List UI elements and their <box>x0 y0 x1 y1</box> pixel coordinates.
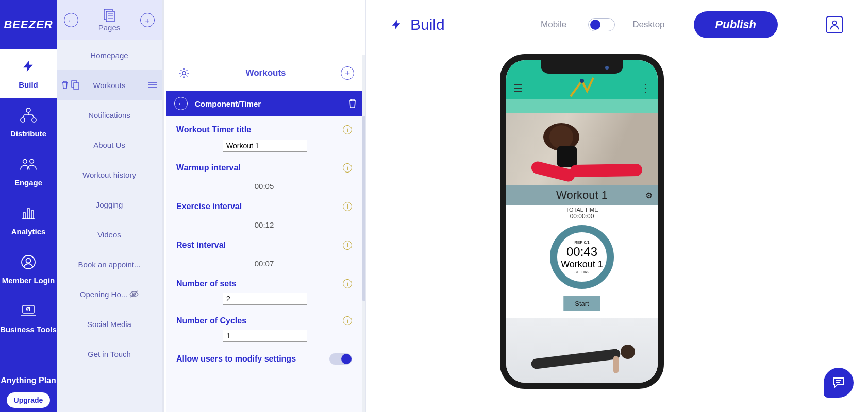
drag-handle-icon[interactable] <box>148 82 157 88</box>
upgrade-button[interactable]: Upgrade <box>7 392 51 408</box>
page-item-notifications[interactable]: Notifications <box>57 100 162 130</box>
cycles-input[interactable] <box>223 330 307 342</box>
page-label: Notifications <box>88 111 130 119</box>
workout-image <box>506 113 658 185</box>
mobile-label: Mobile <box>541 20 566 30</box>
kebab-icon[interactable]: ⋮ <box>640 82 650 94</box>
hamburger-icon[interactable]: ☰ <box>513 82 523 94</box>
component-bar: ← Component/Timer <box>166 91 365 116</box>
field-label-warmup: Warmup interval <box>176 163 241 173</box>
divider <box>802 13 802 36</box>
info-icon[interactable]: i <box>343 163 352 173</box>
gear-icon[interactable] <box>177 66 191 80</box>
rest-value[interactable]: 00:07 <box>176 259 352 268</box>
app-header-accent <box>506 99 658 113</box>
logo-text: BEEZER <box>4 18 53 31</box>
network-icon <box>19 106 38 125</box>
main-nav: BEEZER Build Distribute Engage Analytics… <box>0 0 57 412</box>
sets-input[interactable] <box>223 293 307 305</box>
preview-area: Build Mobile Desktop Publish ☰ ⋮ Workout… <box>366 0 868 412</box>
info-icon[interactable]: i <box>343 202 352 211</box>
page-item-booking[interactable]: Book an appoint... <box>57 249 162 279</box>
svg-point-9 <box>26 259 31 263</box>
total-time-label: TOTAL TIME <box>506 207 658 213</box>
preview-title: Build <box>410 16 445 33</box>
bolt-icon <box>391 18 402 32</box>
laptop-money-icon: $ <box>19 302 38 320</box>
title-input[interactable] <box>223 140 307 152</box>
workout-title-bar: Workout 1 ⚙ <box>506 185 658 205</box>
field-label-sets: Number of sets <box>176 279 236 288</box>
page-label: Videos <box>97 230 121 239</box>
nav-business-tools[interactable]: $ Business Tools <box>0 294 57 342</box>
page-item-history[interactable]: Workout history <box>57 160 162 190</box>
info-icon[interactable]: i <box>343 241 352 250</box>
delete-component-button[interactable] <box>348 98 357 109</box>
svg-point-1 <box>21 118 25 122</box>
timer-total: TOTAL TIME 00:00:00 <box>506 207 658 220</box>
editor-scrollbar-thumb[interactable] <box>362 116 365 301</box>
view-toggle[interactable] <box>588 18 615 31</box>
field-label-title: Workout Timer title <box>176 125 251 134</box>
page-item-homepage[interactable]: Homepage <box>57 40 162 70</box>
field-label-exercise: Exercise interval <box>176 202 242 211</box>
nav-member-login[interactable]: Member Login <box>0 245 57 294</box>
info-icon[interactable]: i <box>343 316 352 325</box>
warmup-value[interactable]: 00:05 <box>176 182 352 191</box>
add-page-button[interactable]: + <box>140 13 155 27</box>
timer-ring: REP 0/1 00:43 Workout 1 SET 0/2 <box>550 225 614 289</box>
start-button[interactable]: Start <box>563 296 600 311</box>
svg-point-3 <box>23 160 27 164</box>
svg-point-0 <box>26 108 30 112</box>
svg-rect-7 <box>31 211 34 219</box>
copy-icon[interactable] <box>71 80 79 90</box>
svg-rect-14 <box>106 11 114 22</box>
page-item-contact[interactable]: Get in Touch <box>57 339 162 369</box>
field-label-allow-modify: Allow users to modify settings <box>176 354 296 364</box>
page-label: Homepage <box>90 51 128 60</box>
editor-scroll[interactable]: Workout Timer titlei Warmup intervali 00… <box>166 116 362 412</box>
desktop-label: Desktop <box>632 20 664 30</box>
phone-preview: ☰ ⋮ Workout 1 ⚙ TOTAL TIME 00:00:00 REP … <box>500 54 664 389</box>
page-item-workouts[interactable]: Workouts <box>57 70 162 100</box>
add-component-button[interactable]: + <box>341 66 354 80</box>
page-item-jogging[interactable]: Jogging <box>57 190 162 219</box>
pages-panel: ← Pages + Homepage Workouts Notification… <box>57 0 164 412</box>
pages-back-button[interactable]: ← <box>64 13 78 27</box>
page-item-videos[interactable]: Videos <box>57 219 162 249</box>
nav-engage[interactable]: Engage <box>0 147 57 196</box>
bars-icon <box>19 204 38 222</box>
phone-notch <box>541 60 623 74</box>
plan-name: Anything Plan <box>1 375 56 386</box>
nav-build[interactable]: Build <box>0 49 57 98</box>
pages-title: Pages <box>98 23 121 32</box>
divider <box>380 49 854 49</box>
svg-rect-16 <box>74 83 79 89</box>
editor-page-title-bar: Workouts + <box>166 55 365 91</box>
info-icon[interactable]: i <box>343 125 352 134</box>
allow-modify-toggle[interactable] <box>329 353 352 365</box>
nav-analytics[interactable]: Analytics <box>0 196 57 245</box>
page-item-about[interactable]: About Us <box>57 130 162 160</box>
page-label: Jogging <box>96 200 123 209</box>
info-icon[interactable]: i <box>343 279 352 288</box>
pages-header: ← Pages + <box>57 0 162 40</box>
trash-icon[interactable] <box>61 80 69 90</box>
chat-button[interactable] <box>824 368 854 398</box>
page-item-social[interactable]: Social Media <box>57 309 162 339</box>
total-time-value: 00:00:00 <box>506 213 658 220</box>
nav-label: Build <box>19 81 38 90</box>
preview-top-bar: Build Mobile Desktop Publish <box>366 0 868 49</box>
page-label: About Us <box>93 141 125 149</box>
nav-label: Analytics <box>11 228 46 236</box>
account-button[interactable] <box>826 16 843 33</box>
svg-rect-5 <box>23 213 25 219</box>
component-back-button[interactable]: ← <box>174 97 188 110</box>
svg-point-18 <box>182 72 186 75</box>
exercise-value[interactable]: 00:12 <box>176 220 352 229</box>
nav-distribute[interactable]: Distribute <box>0 98 57 147</box>
page-item-hours[interactable]: Opening Ho... <box>57 279 162 309</box>
editor-panel: Workouts + ← Component/Timer Workout Tim… <box>166 0 366 412</box>
publish-button[interactable]: Publish <box>694 11 778 38</box>
workout-settings-icon[interactable]: ⚙ <box>645 191 653 200</box>
